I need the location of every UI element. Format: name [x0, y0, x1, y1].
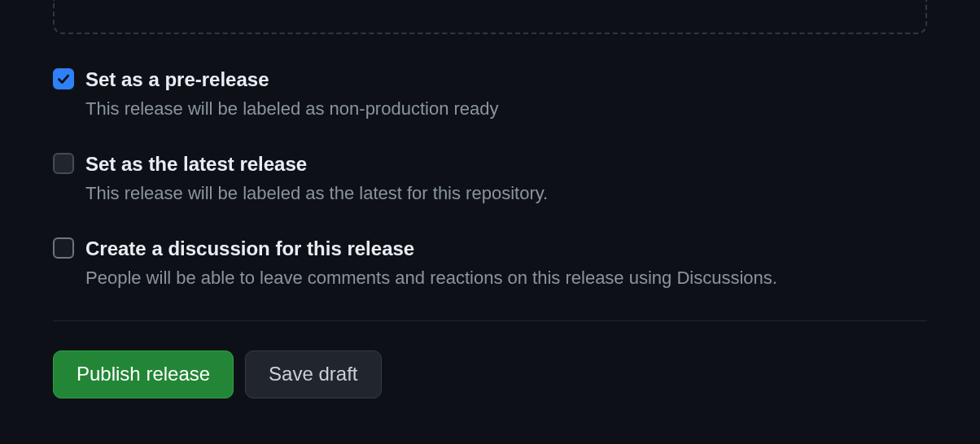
prerelease-label[interactable]: Set as a pre-release: [85, 67, 499, 92]
latest-label[interactable]: Set as the latest release: [85, 151, 548, 176]
discussion-description: People will be able to leave comments an…: [85, 266, 777, 291]
discussion-label[interactable]: Create a discussion for this release: [85, 236, 777, 261]
option-discussion: Create a discussion for this release Peo…: [53, 236, 927, 291]
option-prerelease: Set as a pre-release This release will b…: [53, 67, 927, 122]
option-text: Set as a pre-release This release will b…: [85, 67, 499, 122]
save-draft-button[interactable]: Save draft: [245, 350, 381, 398]
prerelease-checkbox[interactable]: [53, 68, 74, 89]
option-text: Create a discussion for this release Peo…: [85, 236, 777, 291]
discussion-checkbox[interactable]: [53, 237, 74, 259]
latest-description: This release will be labeled as the late…: [85, 181, 548, 207]
action-buttons: Publish release Save draft: [0, 321, 980, 428]
publish-release-button[interactable]: Publish release: [53, 350, 234, 398]
option-text: Set as the latest release This release w…: [85, 151, 548, 207]
option-latest: Set as the latest release This release w…: [53, 151, 927, 207]
latest-checkbox[interactable]: [53, 153, 74, 174]
prerelease-description: This release will be labeled as non-prod…: [85, 97, 499, 122]
release-options: Set as a pre-release This release will b…: [0, 34, 980, 291]
check-icon: [56, 72, 71, 86]
attachment-dropzone[interactable]: [53, 0, 927, 34]
